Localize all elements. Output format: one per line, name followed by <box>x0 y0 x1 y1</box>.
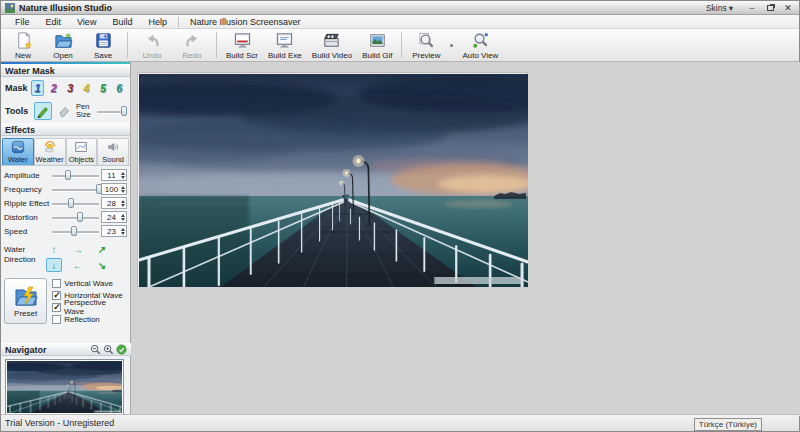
menu-view[interactable]: View <box>69 17 104 27</box>
pen-tool-button[interactable] <box>34 102 52 120</box>
mask-button-4[interactable]: 4 <box>80 80 93 96</box>
water-direction-row: Water Direction ↑ → ↗ ↓ ← ↘ <box>1 238 130 274</box>
undo-icon <box>143 31 162 50</box>
open-button[interactable]: Open <box>43 30 83 60</box>
thumbnail-image <box>7 361 122 413</box>
spin-up-icon[interactable] <box>121 186 125 189</box>
spin-up-icon[interactable] <box>121 214 125 217</box>
ripple-effect-slider[interactable] <box>52 198 99 209</box>
amplitude-spinner[interactable]: 11 <box>101 169 127 181</box>
spin-up-icon[interactable] <box>121 172 125 175</box>
restore-button[interactable] <box>763 2 777 14</box>
frequency-slider[interactable] <box>52 184 99 195</box>
ripple-effect-slider-thumb[interactable] <box>68 198 74 208</box>
spin-up-icon[interactable] <box>121 228 125 231</box>
frequency-slider-thumb[interactable] <box>96 184 102 194</box>
distortion-slider-thumb[interactable] <box>77 212 83 222</box>
eraser-tool-button[interactable] <box>55 102 73 120</box>
undo-button[interactable]: Undo <box>132 30 172 60</box>
tab-water[interactable]: Water <box>2 138 34 165</box>
menu-file[interactable]: File <box>7 17 38 27</box>
build-scr-button[interactable]: Build Scr <box>221 30 263 60</box>
redo-button[interactable]: Redo <box>172 30 212 60</box>
skins-menu[interactable]: Skins ▾ <box>706 3 733 13</box>
menu-screensaver[interactable]: Nature Illusion Screensaver <box>182 17 309 27</box>
pen-size-slider[interactable] <box>97 106 126 117</box>
speed-slider-thumb[interactable] <box>71 226 77 236</box>
window-title: Nature Illusion Studio <box>19 3 112 13</box>
build-video-button[interactable]: Build Video <box>307 30 357 60</box>
menu-help[interactable]: Help <box>140 17 175 27</box>
direction-left-button[interactable]: ← <box>70 258 86 272</box>
navigator-thumbnail[interactable] <box>5 359 124 415</box>
speed-spinner[interactable]: 23 <box>101 225 127 237</box>
fit-view-icon[interactable] <box>116 344 127 355</box>
spin-up-icon[interactable] <box>121 200 125 203</box>
spin-down-icon[interactable] <box>121 232 125 235</box>
pen-size-slider-thumb[interactable] <box>121 106 127 116</box>
direction-upright-button[interactable]: ↗ <box>94 242 110 256</box>
build-exe-button[interactable]: Build Exe <box>263 30 307 60</box>
new-file-icon <box>14 31 33 50</box>
close-button[interactable]: ✕ <box>781 2 795 14</box>
menu-build[interactable]: Build <box>104 17 140 27</box>
distortion-spinner[interactable]: 24 <box>101 211 127 223</box>
build-gif-button[interactable]: Build Gif <box>357 30 397 60</box>
vertical-wave-checkbox[interactable]: Vertical Wave <box>52 278 127 288</box>
navigator-header: Navigator <box>1 343 131 356</box>
mask-button-1[interactable]: 1 <box>31 80 44 96</box>
distortion-slider[interactable] <box>52 212 99 223</box>
perspective-wave-checkbox[interactable]: Perspective Wave <box>52 302 127 312</box>
zoom-out-icon[interactable] <box>90 344 101 355</box>
mask-button-6[interactable]: 6 <box>113 80 126 96</box>
preview-button[interactable]: Preview <box>406 30 446 60</box>
language-indicator[interactable]: Türkçe (Türkiye) <box>694 418 762 431</box>
mask-button-2[interactable]: 2 <box>47 80 60 96</box>
checkbox-icon[interactable] <box>52 303 61 312</box>
direction-downright-button[interactable]: ↘ <box>94 258 110 272</box>
save-button[interactable]: Save <box>83 30 123 60</box>
checkbox-icon[interactable] <box>52 279 61 288</box>
auto-view-button[interactable]: Auto View <box>457 30 503 60</box>
tab-objects[interactable]: Objects <box>66 138 98 165</box>
wave-checkboxes: Vertical Wave Horizontal Wave Perspectiv… <box>52 278 127 324</box>
exe-monitor-icon <box>275 31 294 50</box>
distortion-row: Distortion 24 <box>1 210 130 224</box>
menu-edit[interactable]: Edit <box>38 17 70 27</box>
amplitude-slider-thumb[interactable] <box>65 170 71 180</box>
left-panel: Water Mask Mask 1 2 3 4 5 6 Tools Pen Si… <box>1 62 131 416</box>
zoom-in-icon[interactable] <box>103 344 114 355</box>
amplitude-slider[interactable] <box>52 170 99 181</box>
weather-icon <box>43 140 57 154</box>
speed-slider[interactable] <box>52 226 99 237</box>
water-mask-header: Water Mask <box>1 64 130 77</box>
restore-icon <box>767 5 774 11</box>
checkbox-icon[interactable] <box>52 315 61 324</box>
image-icon <box>368 31 387 50</box>
preset-button[interactable]: Preset <box>4 278 47 324</box>
spin-down-icon[interactable] <box>121 176 125 179</box>
minimize-button[interactable]: − <box>745 2 759 14</box>
tab-sound[interactable]: Sound <box>97 138 129 165</box>
sound-speaker-icon <box>106 140 120 154</box>
menu-separator <box>178 17 179 27</box>
direction-down-button[interactable]: ↓ <box>46 258 62 272</box>
direction-right-button[interactable]: → <box>70 242 86 256</box>
direction-up-button[interactable]: ↑ <box>46 242 62 256</box>
tools-label: Tools <box>5 106 31 116</box>
new-button[interactable]: New <box>3 30 43 60</box>
spin-down-icon[interactable] <box>121 190 125 193</box>
clapperboard-icon <box>322 31 341 50</box>
checkbox-icon[interactable] <box>52 291 61 300</box>
mask-button-5[interactable]: 5 <box>96 80 109 96</box>
tools-row: Tools Pen Size <box>1 99 130 123</box>
tab-weather[interactable]: Weather <box>34 138 66 165</box>
spin-down-icon[interactable] <box>121 204 125 207</box>
photo-canvas[interactable] <box>138 73 527 286</box>
reflection-checkbox[interactable]: Reflection <box>52 314 127 324</box>
mask-button-3[interactable]: 3 <box>64 80 77 96</box>
frequency-spinner[interactable]: 100 <box>101 183 127 195</box>
spin-down-icon[interactable] <box>121 218 125 221</box>
preview-dropdown-dot[interactable] <box>450 44 453 47</box>
ripple-effect-spinner[interactable]: 28 <box>101 197 127 209</box>
